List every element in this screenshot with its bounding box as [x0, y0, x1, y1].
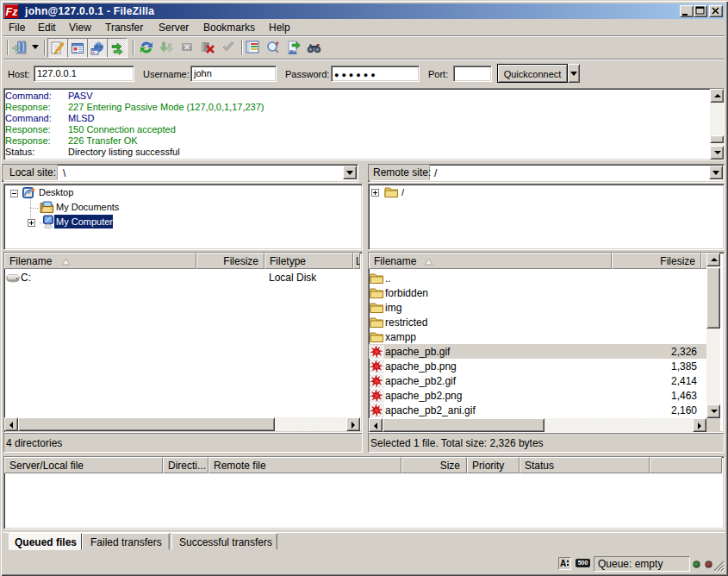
svg-text:Fz: Fz — [6, 6, 19, 18]
svg-text:A: A — [560, 559, 566, 568]
